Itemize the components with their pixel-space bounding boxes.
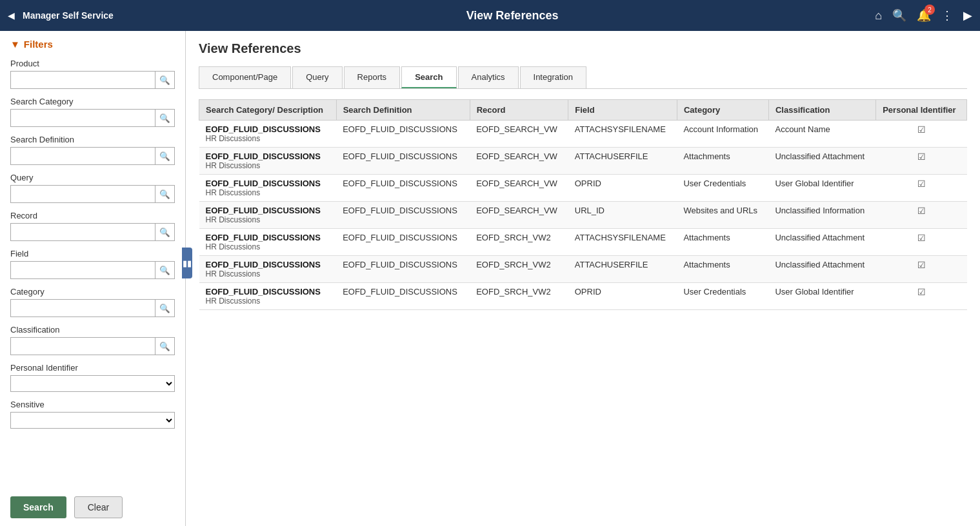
field-input[interactable] [11,262,155,278]
tab-reports[interactable]: Reports [344,66,401,88]
table-row: EOFD_FLUID_DISCUSSIONS HR Discussions EO… [199,229,967,256]
clear-button[interactable]: Clear [74,496,123,518]
search-button[interactable]: Search [10,496,66,518]
personal-identifier-label: Personal Identifier [10,363,175,373]
filter-search-definition: Search Definition 🔍 [0,131,185,169]
product-input[interactable] [11,72,155,88]
checkbox-checked-icon: ☑ [917,206,926,216]
filter-field: Field 🔍 [0,245,185,283]
tab-integration[interactable]: Integration [520,66,586,88]
search-category-input[interactable] [11,110,155,126]
category-input-wrap: 🔍 [10,299,175,317]
tab-component-page[interactable]: Component/Page [199,66,291,88]
personal-identifier-select[interactable]: Yes No [10,375,175,392]
tab-search[interactable]: Search [401,66,456,88]
cell-record: EOFD_SRCH_VW2 [470,283,568,310]
record-input[interactable] [11,224,155,240]
filters-chevron[interactable]: ▼ [10,39,20,50]
cell-category: Attachments [677,256,768,283]
cell-personal-id: ☑ [876,202,967,229]
content-area: View References Component/Page Query Rep… [186,31,980,526]
field-input-wrap: 🔍 [10,261,175,279]
record-label: Record [10,211,175,220]
record-input-wrap: 🔍 [10,223,175,241]
field-label: Field [10,249,175,258]
top-bar-icons: ⌂ 🔍 🔔 2 ⋮ ▶ [875,8,972,23]
col-header-field: Field [568,100,677,121]
search-definition-input[interactable] [11,148,155,164]
cell-personal-id: ☑ [876,283,967,310]
tab-analytics[interactable]: Analytics [458,66,519,88]
cell-personal-id: ☑ [876,256,967,283]
search-icon[interactable]: 🔍 [892,8,906,23]
filter-personal-identifier: Personal Identifier Yes No [0,359,185,396]
cell-field: OPRID [568,283,677,310]
checkbox-checked-icon: ☑ [917,287,926,297]
cell-category: Websites and URLs [677,202,768,229]
filter-product: Product 🔍 [0,55,185,93]
query-search-btn[interactable]: 🔍 [155,186,174,202]
main-layout: ▼ Filters Product 🔍 Search Category 🔍 Se… [0,31,980,526]
filter-query: Query 🔍 [0,169,185,207]
classification-search-btn[interactable]: 🔍 [155,338,174,355]
search-definition-search-btn[interactable]: 🔍 [155,148,174,164]
cell-record: EOFD_SEARCH_VW [470,121,568,148]
home-icon[interactable]: ⌂ [875,9,882,23]
cell-record: EOFD_SRCH_VW2 [470,229,568,256]
search-definition-input-wrap: 🔍 [10,147,175,165]
query-input[interactable] [11,186,155,202]
notifications-icon[interactable]: 🔔 2 [917,8,931,23]
search-category-input-wrap: 🔍 [10,109,175,127]
table-row: EOFD_FLUID_DISCUSSIONS HR Discussions EO… [199,175,967,202]
filter-category: Category 🔍 [0,283,185,321]
cell-search-category: EOFD_FLUID_DISCUSSIONS HR Discussions [199,121,337,148]
cell-category: Attachments [677,148,768,175]
more-options-icon[interactable]: ⋮ [941,8,953,23]
top-bar-left: ◀ Manager Self Service [8,10,150,21]
field-search-btn[interactable]: 🔍 [155,262,174,278]
product-search-btn[interactable]: 🔍 [155,72,174,88]
col-header-classification: Classification [768,100,875,121]
cell-field: ATTACHUSERFILE [568,148,677,175]
collapse-handle[interactable]: ▮▮ [182,248,192,278]
cell-field: OPRID [568,175,677,202]
cell-search-category: EOFD_FLUID_DISCUSSIONS HR Discussions [199,148,337,175]
checkbox-checked-icon: ☑ [917,179,926,189]
sidebar-buttons: Search Clear [0,489,185,526]
checkbox-checked-icon: ☑ [917,151,926,162]
category-input[interactable] [11,300,155,317]
filters-header: ▼ Filters [0,31,185,55]
sensitive-select[interactable]: Yes No [10,412,175,429]
user-icon[interactable]: ▶ [963,8,972,23]
cell-search-definition: EOFD_FLUID_DISCUSSIONS [336,229,470,256]
table-row: EOFD_FLUID_DISCUSSIONS HR Discussions EO… [199,256,967,283]
classification-input-wrap: 🔍 [10,337,175,355]
search-definition-label: Search Definition [10,135,175,144]
cell-search-definition: EOFD_FLUID_DISCUSSIONS [336,283,470,310]
notification-badge: 2 [925,5,935,15]
cell-search-category: EOFD_FLUID_DISCUSSIONS HR Discussions [199,283,337,310]
col-header-record: Record [470,100,568,121]
cell-record: EOFD_SEARCH_VW [470,202,568,229]
search-category-search-btn[interactable]: 🔍 [155,110,174,126]
query-input-wrap: 🔍 [10,185,175,203]
category-search-btn[interactable]: 🔍 [155,300,174,317]
record-search-btn[interactable]: 🔍 [155,224,174,240]
cell-classification: Unclassified Attachment [768,148,875,175]
table-row: EOFD_FLUID_DISCUSSIONS HR Discussions EO… [199,283,967,310]
cell-field: ATTACHSYSFILENAME [568,229,677,256]
product-input-wrap: 🔍 [10,71,175,89]
tab-query[interactable]: Query [292,66,342,88]
tabs: Component/Page Query Reports Search Anal… [199,66,967,89]
top-bar: ◀ Manager Self Service View References ⌂… [0,0,980,31]
classification-input[interactable] [11,338,155,355]
cell-search-definition: EOFD_FLUID_DISCUSSIONS [336,121,470,148]
cell-record: EOFD_SEARCH_VW [470,175,568,202]
back-arrow[interactable]: ◀ [8,10,15,21]
cell-category: User Credentials [677,175,768,202]
cell-search-definition: EOFD_FLUID_DISCUSSIONS [336,148,470,175]
cell-search-category: EOFD_FLUID_DISCUSSIONS HR Discussions [199,229,337,256]
sidebar: ▼ Filters Product 🔍 Search Category 🔍 Se… [0,31,186,526]
cell-category: Attachments [677,229,768,256]
app-name: Manager Self Service [23,10,114,21]
